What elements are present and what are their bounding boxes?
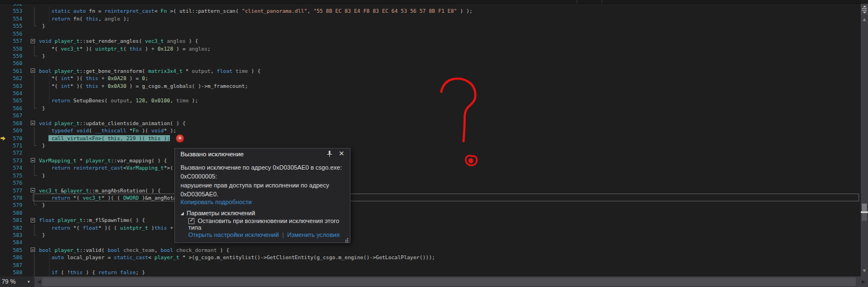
code-line[interactable]: 576 (0, 179, 861, 186)
code-token: ( (123, 46, 129, 52)
code-line[interactable]: 564 (0, 90, 861, 97)
code-token: , (211, 68, 217, 74)
open-exception-settings-link[interactable]: Открыть настройки исключений (188, 231, 279, 238)
code-line[interactable]: 560 (0, 60, 861, 67)
code-editor[interactable]: 552553 static auto fn = reinterpret_cast… (0, 0, 861, 276)
code-line[interactable]: 565 return SetupBones( output, 128, 0x01… (0, 97, 861, 104)
code-line[interactable]: 581float player_t::m_flSpawnTime( ) { (0, 216, 861, 224)
code-text: VarMapping_t * player_t::var_mapping( ) … (39, 157, 167, 164)
resize-grip[interactable] (344, 236, 348, 241)
code-line[interactable]: 569 typedef void( __thiscall *Fn )( void… (0, 127, 861, 134)
exception-popup: Вызвано исключение ✕ Вызвано исключение … (174, 148, 350, 243)
line-number: 587 (0, 261, 22, 269)
outline-guide (34, 269, 35, 276)
code-line[interactable]: 561bool player_t::get_bone_transform( ma… (0, 67, 861, 75)
fold-collapse-icon[interactable] (31, 39, 35, 43)
indent-guide (49, 261, 50, 269)
fold-collapse-icon[interactable] (31, 68, 35, 73)
code-line[interactable]: 587 (0, 261, 861, 269)
editor-split-handle[interactable] (861, 4, 868, 14)
code-line[interactable]: 553 static auto fn = reinterpret_cast< F… (0, 7, 861, 14)
code-token: local_player = (64, 254, 114, 260)
code-token: ::m_flSpawnTime( ) { (82, 217, 145, 223)
scroll-up-arrow[interactable]: ▲ (861, 16, 868, 23)
code-line[interactable]: 558 *( vec3_t* )( uintptr_t( this ) + 0x… (0, 45, 861, 52)
fold-collapse-icon[interactable] (31, 248, 35, 252)
code-line[interactable]: 572 (0, 149, 861, 156)
code-token: this (70, 269, 82, 275)
code-text: return SetupBones( output, 128, 0x0100, … (39, 97, 198, 104)
scroll-down-arrow[interactable]: ▼ (861, 268, 868, 274)
code-line[interactable]: 574 return reinterpret_cast<VarMapping_t… (0, 164, 861, 171)
horizontal-scrollbar[interactable]: ◀ ▶ (35, 276, 868, 287)
code-token: , (129, 97, 135, 103)
code-token: ( (89, 127, 95, 133)
code-line[interactable]: 559 } (0, 52, 861, 60)
code-line[interactable]: 555 } (0, 22, 861, 29)
code-token: player_t (64, 187, 89, 194)
code-token: DWORD (123, 195, 139, 201)
code-line[interactable]: 557void player_t::set_render_angles( vec… (0, 37, 861, 44)
scroll-left-arrow[interactable]: ◀ (36, 276, 42, 287)
code-token: } (39, 232, 45, 238)
code-line[interactable]: 583 } (0, 231, 861, 239)
line-number: 583 (0, 231, 22, 239)
pin-icon[interactable] (327, 151, 332, 157)
fold-collapse-icon[interactable] (31, 188, 35, 192)
code-line[interactable]: 556 (0, 30, 861, 37)
zoom-caret-icon: ▼ (27, 276, 31, 287)
code-line[interactable]: 580 (0, 209, 861, 216)
code-line[interactable]: 585bool player_t::valid( bool check_team… (0, 246, 861, 254)
fold-collapse-icon[interactable] (31, 158, 35, 162)
code-line[interactable]: 584 (0, 239, 861, 246)
code-line[interactable]: 566 } (0, 105, 861, 112)
code-line[interactable]: 578 return *( vec3_t* )( ( DWORD )&m_ang… (0, 194, 861, 201)
code-line[interactable]: 577vec3_t &player_t::m_angAbsRotation( )… (0, 187, 861, 194)
fold-collapse-icon[interactable] (31, 218, 35, 222)
code-line[interactable]: 567 (0, 112, 861, 119)
code-token: uintptr_t (120, 225, 148, 231)
code-token: * ); (164, 127, 176, 133)
edit-conditions-link[interactable]: Изменить условия (287, 231, 339, 238)
code-token: ) = g_csgo.m_globals( )->m_framecount; (126, 83, 248, 89)
vertical-scrollbar[interactable]: ▲ ▼ (861, 4, 868, 276)
scrollbar-thumb[interactable] (862, 213, 867, 221)
scrollbar-thumb[interactable] (862, 204, 867, 211)
code-line[interactable]: 568void player_t::update_clientside_anim… (0, 120, 861, 127)
code-token: ::valid( (80, 247, 108, 253)
code-token: , (307, 8, 313, 14)
copy-details-link[interactable]: Копировать подробности (181, 199, 252, 205)
horizontal-scrollbar-thumb[interactable] (42, 278, 856, 286)
code-line[interactable]: 563 *( int* )( this + 0x0A30 ) = g_csgo.… (0, 82, 861, 90)
code-token: * (183, 68, 192, 74)
break-on-exception-checkbox[interactable]: ✓ (188, 218, 194, 224)
scroll-right-arrow[interactable]: ▶ (860, 276, 867, 287)
line-number: 564 (0, 90, 22, 97)
code-text: auto local_player = static_cast< player_… (39, 254, 435, 261)
code-line[interactable]: 588 if ( !this ) { return false; } (0, 269, 861, 276)
code-token: player_t (55, 68, 80, 74)
code-line[interactable]: 562 *( int* )( this + 0x0A28 ) = 0; (0, 75, 861, 82)
close-icon[interactable]: ✕ (339, 150, 344, 157)
popup-titlebar[interactable]: Вызвано исключение ✕ (175, 149, 350, 160)
code-line[interactable]: 554 return fn( this, angle ); (0, 15, 861, 22)
line-number: 555 (0, 22, 22, 29)
code-token: ; (207, 46, 211, 52)
code-token: __thiscall (95, 127, 126, 133)
line-number: 562 (0, 75, 22, 82)
code-token: ::get_bone_transform( (80, 68, 148, 74)
fold-collapse-icon[interactable] (31, 121, 35, 125)
code-token: vec3_t (82, 195, 101, 201)
code-line[interactable]: 573VarMapping_t * player_t::var_mapping(… (0, 157, 861, 164)
code-line[interactable]: 579 } (0, 201, 861, 209)
code-token: * (126, 127, 133, 133)
code-line[interactable]: 571 } (0, 142, 861, 149)
code-line[interactable]: 586 auto local_player = static_cast< pla… (0, 254, 861, 261)
code-line[interactable]: 570 call_virtual<Fn>( this, 219 )( this … (0, 135, 861, 142)
exception-settings-expander[interactable]: Параметры исключений (181, 210, 255, 216)
code-line[interactable]: 575 } (0, 172, 861, 179)
code-line[interactable]: 582 return *( float* )( ( uintptr_t )thi… (0, 224, 861, 231)
zoom-level-selector[interactable]: 79 % ▼ (0, 276, 33, 287)
editor-bottom-bar: 79 % ▼ ◀ ▶ (0, 276, 868, 287)
exception-error-icon[interactable]: ✕ (176, 135, 184, 142)
